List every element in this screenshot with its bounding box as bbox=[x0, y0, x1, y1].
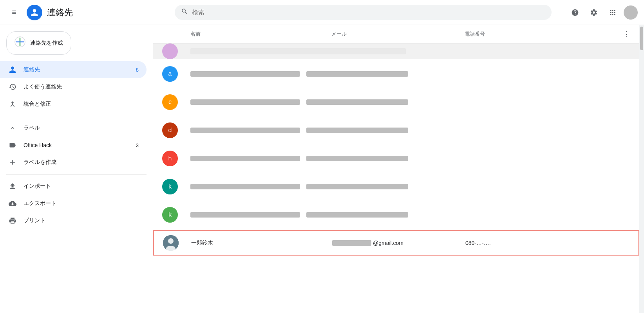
merge-icon bbox=[8, 99, 17, 109]
sidebar-item-export[interactable]: エクスポート bbox=[0, 195, 147, 212]
sidebar-item-office-hack[interactable]: Office Hack 3 bbox=[0, 137, 147, 154]
table-header: 名前 メール 電話番号 ⋮ bbox=[153, 25, 639, 43]
row-content bbox=[190, 184, 630, 189]
contact-avatar-k-green: k bbox=[162, 207, 178, 223]
contact-avatar-ichiro bbox=[163, 235, 179, 251]
app-header: ≡ 連絡先 bbox=[0, 0, 644, 25]
header-icons bbox=[567, 5, 638, 20]
contact-avatar-a: a bbox=[162, 66, 178, 82]
sidebar-item-merge[interactable]: 統合と修正 bbox=[0, 95, 147, 113]
avatar-col: a bbox=[162, 66, 190, 82]
table-row[interactable]: k bbox=[153, 173, 639, 201]
blurred-email-c bbox=[306, 99, 408, 105]
sidebar-create-label[interactable]: ラベルを作成 bbox=[0, 154, 147, 171]
help-button[interactable] bbox=[567, 5, 583, 20]
contact-phone-ichiro: 080-…-…. bbox=[465, 240, 567, 246]
chevron-up-icon bbox=[8, 123, 17, 133]
cloud-download-icon bbox=[8, 199, 17, 208]
user-avatar bbox=[27, 5, 42, 20]
blurred-email-h bbox=[306, 156, 408, 161]
sidebar-item-contacts[interactable]: 連絡先 8 bbox=[0, 61, 147, 78]
create-contact-button[interactable]: 連絡先を作成 bbox=[6, 31, 71, 55]
col-header-name: 名前 bbox=[190, 31, 331, 38]
sidebar-divider-1 bbox=[6, 116, 147, 116]
contact-avatar-c: c bbox=[162, 94, 178, 110]
table-row[interactable]: h bbox=[153, 144, 639, 173]
label-icon bbox=[8, 140, 17, 150]
contact-avatar-h: h bbox=[162, 151, 178, 166]
history-icon bbox=[8, 82, 17, 92]
row-content bbox=[190, 156, 630, 161]
plus-icon bbox=[14, 36, 25, 50]
sidebar-item-frequent-label: よく使う連絡先 bbox=[24, 83, 139, 90]
col-header-phone: 電話番号 bbox=[465, 31, 566, 38]
settings-button[interactable] bbox=[586, 5, 602, 20]
contact-avatar-k-teal: k bbox=[162, 179, 178, 194]
contact-avatar bbox=[162, 43, 178, 59]
blurred-name-k2 bbox=[190, 212, 300, 218]
sidebar-item-office-hack-label: Office Hack bbox=[24, 142, 125, 148]
upload-icon bbox=[8, 182, 17, 191]
table-row[interactable]: a bbox=[153, 60, 639, 88]
sidebar-item-export-label: エクスポート bbox=[24, 200, 139, 207]
search-icon bbox=[181, 8, 188, 17]
sidebar-item-import-label: インポート bbox=[24, 183, 139, 190]
blurred-email-d bbox=[306, 128, 408, 133]
svg-point-4 bbox=[168, 238, 174, 244]
sidebar-labels-header[interactable]: ラベル bbox=[0, 119, 147, 137]
profile-avatar[interactable] bbox=[624, 5, 638, 20]
avatar-col: d bbox=[162, 122, 190, 138]
blurred-contacts-section: a c d bbox=[153, 60, 639, 229]
avatar-col bbox=[162, 43, 190, 59]
sidebar-item-contacts-badge: 8 bbox=[131, 67, 139, 73]
blurred-name-d bbox=[190, 128, 300, 133]
apps-button[interactable] bbox=[605, 5, 620, 20]
avatar-col: h bbox=[162, 151, 190, 166]
sidebar-item-office-hack-badge: 3 bbox=[131, 142, 139, 148]
sidebar-divider-2 bbox=[6, 174, 147, 174]
sidebar-item-frequent[interactable]: よく使う連絡先 bbox=[0, 78, 147, 95]
contact-list-area: 名前 メール 電話番号 ⋮ a bbox=[153, 25, 639, 313]
contact-email-ichiro: @gmail.com bbox=[332, 240, 465, 246]
blurred-name-k1 bbox=[190, 184, 300, 189]
scrollbar-track[interactable] bbox=[639, 25, 644, 313]
email-suffix: @gmail.com bbox=[373, 240, 403, 246]
sidebar-item-merge-label: 統合と修正 bbox=[24, 101, 139, 108]
avatar-col: k bbox=[162, 179, 190, 194]
row-content bbox=[190, 212, 630, 218]
more-options-button[interactable]: ⋮ bbox=[623, 30, 630, 38]
create-contact-label: 連絡先を作成 bbox=[30, 40, 63, 47]
contact-name-ichiro: 一郎鈴木 bbox=[191, 239, 332, 246]
table-row[interactable]: c bbox=[153, 88, 639, 116]
sidebar-item-print-label: プリント bbox=[24, 217, 139, 224]
avatar-col: k bbox=[162, 207, 190, 223]
print-icon bbox=[8, 216, 17, 225]
search-bar[interactable] bbox=[175, 5, 552, 20]
blurred-name-a bbox=[190, 71, 300, 77]
labels-header-label: ラベル bbox=[24, 124, 139, 131]
table-row[interactable]: k bbox=[153, 201, 639, 229]
table-row[interactable] bbox=[153, 43, 639, 59]
scrollbar-thumb[interactable] bbox=[640, 27, 643, 50]
avatar-col: c bbox=[162, 94, 190, 110]
main-layout: 連絡先を作成 連絡先 8 よく使う連絡先 統合と修正 bbox=[0, 25, 644, 313]
highlighted-contact-row[interactable]: 一郎鈴木 @gmail.com 080-…-…. bbox=[153, 230, 639, 255]
email-redacted-part bbox=[332, 240, 371, 246]
table-row[interactable]: d bbox=[153, 116, 639, 144]
create-label-text: ラベルを作成 bbox=[24, 159, 139, 166]
menu-button[interactable]: ≡ bbox=[6, 5, 22, 20]
sidebar-item-contacts-label: 連絡先 bbox=[24, 66, 125, 73]
row-content bbox=[190, 99, 630, 105]
sidebar-item-import[interactable]: インポート bbox=[0, 178, 147, 195]
sidebar: 連絡先を作成 連絡先 8 よく使う連絡先 統合と修正 bbox=[0, 25, 153, 313]
person-icon bbox=[8, 65, 17, 74]
blurred-name-c bbox=[190, 99, 300, 105]
blurred-name-h bbox=[190, 156, 300, 161]
row-content bbox=[190, 71, 630, 77]
app-title: 連絡先 bbox=[47, 7, 73, 18]
search-input[interactable] bbox=[192, 9, 545, 16]
sidebar-item-print[interactable]: プリント bbox=[0, 212, 147, 229]
col-header-email: メール bbox=[331, 31, 465, 38]
blurred-email-k1 bbox=[306, 184, 408, 189]
row-content bbox=[190, 128, 630, 133]
